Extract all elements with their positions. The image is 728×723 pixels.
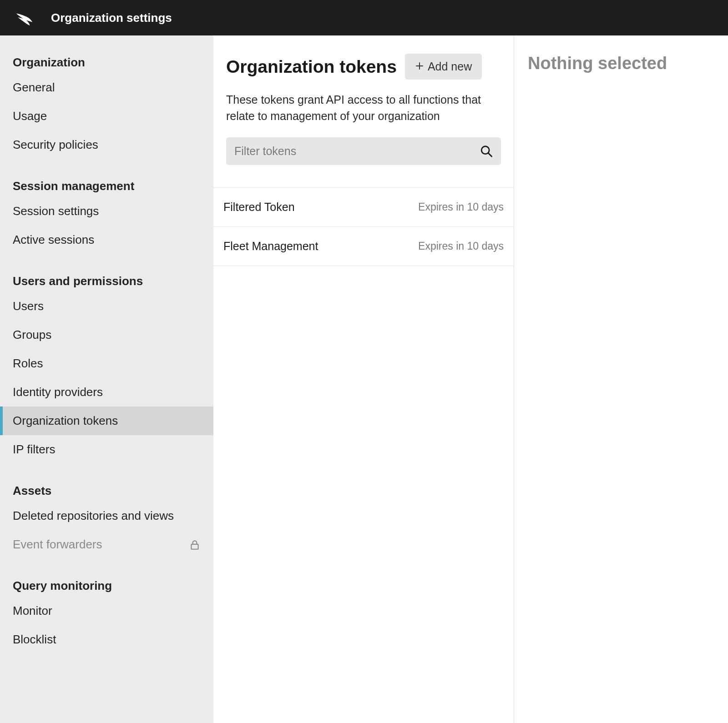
sidebar-item-label: General — [13, 80, 55, 95]
search-icon — [480, 145, 493, 158]
lock-icon — [189, 539, 201, 551]
detail-placeholder: Nothing selected — [528, 54, 714, 73]
token-expires: Expires in 10 days — [418, 201, 504, 213]
sidebar-item-blocklist[interactable]: Blocklist — [0, 625, 213, 654]
main-panel: Organization tokens Add new These tokens… — [213, 35, 514, 723]
sidebar-item-usage[interactable]: Usage — [0, 102, 213, 131]
sidebar-item-label: Monitor — [13, 604, 52, 618]
sidebar-item-label: Identity providers — [13, 385, 103, 399]
svg-rect-0 — [191, 544, 198, 549]
token-expires: Expires in 10 days — [418, 240, 504, 252]
sidebar-item-label: Blocklist — [13, 633, 56, 647]
sidebar-item-monitor[interactable]: Monitor — [0, 597, 213, 625]
sidebar-item-label: Usage — [13, 109, 47, 123]
sidebar-item-active-sessions[interactable]: Active sessions — [0, 226, 213, 254]
plus-icon — [415, 60, 424, 73]
sidebar-section-header: Session management — [0, 159, 213, 197]
sidebar-item-label: Organization tokens — [13, 414, 118, 428]
sidebar-item-label: Event forwarders — [13, 537, 102, 552]
main-description: These tokens grant API access to all fun… — [226, 91, 501, 125]
sidebar-item-label: Deleted repositories and views — [13, 509, 174, 523]
sidebar-section-header: Organization — [0, 35, 213, 73]
sidebar-item-label: IP filters — [13, 442, 55, 457]
sidebar-section-header: Users and permissions — [0, 254, 213, 292]
sidebar-item-organization-tokens[interactable]: Organization tokens — [0, 407, 213, 435]
token-name: Fleet Management — [223, 240, 318, 253]
sidebar: OrganizationGeneralUsageSecurity policie… — [0, 35, 213, 723]
sidebar-item-security-policies[interactable]: Security policies — [0, 131, 213, 159]
token-list: Filtered TokenExpires in 10 daysFleet Ma… — [213, 187, 514, 266]
sidebar-item-deleted-repos[interactable]: Deleted repositories and views — [0, 502, 213, 530]
token-row[interactable]: Filtered TokenExpires in 10 days — [213, 188, 514, 227]
sidebar-item-label: Security policies — [13, 138, 98, 152]
main-title: Organization tokens — [226, 57, 397, 77]
sidebar-item-label: Users — [13, 299, 44, 313]
filter-tokens-input[interactable] — [226, 137, 501, 165]
page-title: Organization settings — [51, 11, 172, 25]
sidebar-item-ip-filters[interactable]: IP filters — [0, 435, 213, 464]
detail-panel: Nothing selected — [514, 35, 728, 723]
sidebar-item-label: Roles — [13, 356, 43, 371]
sidebar-item-users[interactable]: Users — [0, 292, 213, 321]
sidebar-item-event-forwarders[interactable]: Event forwarders — [0, 530, 213, 559]
token-name: Filtered Token — [223, 201, 295, 214]
sidebar-section-header: Assets — [0, 464, 213, 502]
app-logo[interactable] — [14, 7, 35, 28]
token-row[interactable]: Fleet ManagementExpires in 10 days — [213, 227, 514, 266]
sidebar-item-session-settings[interactable]: Session settings — [0, 197, 213, 226]
sidebar-item-identity-providers[interactable]: Identity providers — [0, 378, 213, 407]
crowdstrike-logo-icon — [14, 7, 35, 28]
sidebar-section-header: Query monitoring — [0, 559, 213, 597]
sidebar-item-groups[interactable]: Groups — [0, 321, 213, 349]
topbar: Organization settings — [0, 0, 728, 35]
sidebar-item-label: Groups — [13, 328, 51, 342]
sidebar-item-label: Active sessions — [13, 233, 94, 247]
svg-line-2 — [488, 153, 491, 156]
sidebar-item-label: Session settings — [13, 204, 99, 218]
add-new-label: Add new — [428, 60, 472, 73]
sidebar-item-general[interactable]: General — [0, 73, 213, 102]
add-new-button[interactable]: Add new — [405, 54, 482, 80]
sidebar-item-roles[interactable]: Roles — [0, 349, 213, 378]
